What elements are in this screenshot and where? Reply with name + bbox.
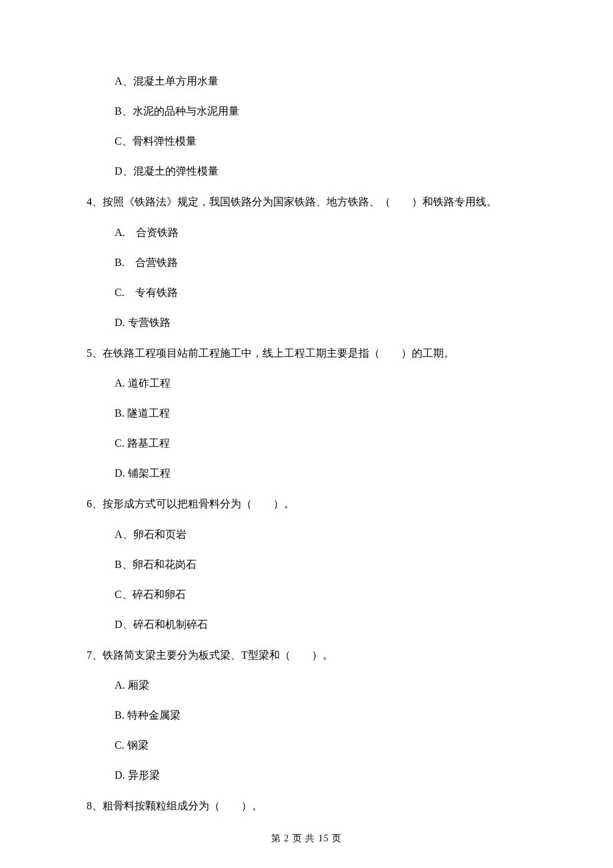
q7-option-b: B. 特种金属梁 [115, 707, 533, 723]
q3-option-b: B、水泥的品种与水泥用量 [115, 103, 533, 119]
q6-option-d: D、碎石和机制碎石 [115, 617, 533, 633]
q8-stem: 8、粗骨料按颗粒组成分为（ ）。 [87, 797, 533, 815]
q7-option-a: A. 厢梁 [115, 677, 533, 693]
q7-option-c: C. 钢梁 [115, 737, 533, 753]
q6-option-a: A、卵石和页岩 [115, 527, 533, 543]
q5-option-d: D. 铺架工程 [115, 465, 533, 481]
q6-option-b: B、卵石和花岗石 [115, 557, 533, 573]
q4-option-c: C. 专有铁路 [115, 285, 533, 301]
q4-stem: 4、按照《铁路法》规定，我国铁路分为国家铁路、地方铁路、（ ）和铁路专用线。 [87, 193, 533, 211]
q7-option-d: D. 异形梁 [115, 767, 533, 783]
q5-option-b: B. 隧道工程 [115, 405, 533, 421]
page-footer: 第 2 页 共 15 页 [0, 833, 613, 845]
q6-option-c: C、碎石和卵石 [115, 587, 533, 603]
q7-stem: 7、铁路简支梁主要分为板式梁、T型梁和（ ）。 [87, 647, 533, 664]
q4-option-d: D. 专营铁路 [115, 315, 533, 331]
q4-option-a: A. 合资铁路 [115, 225, 533, 241]
q3-option-a: A、混凝土单方用水量 [115, 73, 533, 89]
q5-option-c: C. 路基工程 [115, 435, 533, 451]
q3-option-c: C、骨料弹性模量 [115, 133, 533, 149]
q3-option-d: D、混凝土的弹性模量 [115, 163, 533, 179]
q6-stem: 6、按形成方式可以把粗骨料分为（ ）。 [87, 495, 533, 513]
q5-option-a: A. 道砟工程 [115, 375, 533, 391]
q5-stem: 5、在铁路工程项目站前工程施工中，线上工程工期主要是指（ ）的工期。 [87, 345, 533, 362]
q4-option-b: B. 合营铁路 [115, 255, 533, 271]
page-container: A、混凝土单方用水量 B、水泥的品种与水泥用量 C、骨料弹性模量 D、混凝土的弹… [0, 0, 613, 868]
